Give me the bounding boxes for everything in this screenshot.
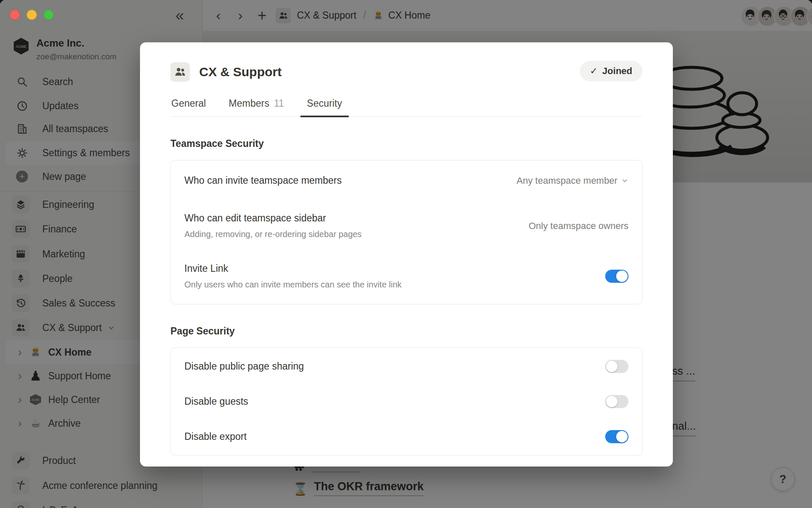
toggle-knob <box>606 361 617 372</box>
window-controls <box>10 10 54 20</box>
modal-title: CX & Support <box>199 65 282 79</box>
edit-sidebar-value: Only teamspace owners <box>529 221 628 232</box>
setting-row-disable-public-sharing: Disable public page sharing <box>171 348 642 384</box>
disable-export-toggle[interactable] <box>605 430 628 443</box>
members-count: 11 <box>274 98 284 109</box>
setting-row-invite-link: Invite Link Only users who can invite me… <box>171 251 642 304</box>
chevron-down-icon <box>621 177 628 184</box>
people-icon <box>170 62 190 82</box>
page-security-card: Disable public page sharing Disable gues… <box>170 348 642 456</box>
teamspace-settings-modal: CX & Support ✓ Joined General Members11 … <box>140 42 673 467</box>
tab-security[interactable]: Security <box>306 92 343 116</box>
check-icon: ✓ <box>590 66 598 77</box>
setting-row-invite-members: Who can invite teamspace members Any tea… <box>171 160 642 201</box>
setting-row-edit-sidebar: Who can edit teamspace sidebar Adding, r… <box>171 201 642 251</box>
setting-row-disable-export: Disable export <box>171 419 642 455</box>
setting-row-disable-guests: Disable guests <box>171 384 642 419</box>
toggle-knob <box>616 271 628 282</box>
modal-tabs: General Members11 Security <box>170 92 642 117</box>
modal-header: CX & Support ✓ Joined <box>170 62 642 82</box>
section-title-page-security: Page Security <box>170 326 642 337</box>
tab-members[interactable]: Members11 <box>228 92 285 116</box>
disable-guests-toggle[interactable] <box>605 395 628 408</box>
app-window: ACME Acme Inc. zoe@makenotion.com « Sear… <box>0 0 812 508</box>
joined-button[interactable]: ✓ Joined <box>580 61 642 81</box>
section-title-teamspace-security: Teamspace Security <box>170 138 642 149</box>
toggle-knob <box>606 396 617 407</box>
minimize-button[interactable] <box>27 10 37 20</box>
tab-general[interactable]: General <box>170 92 207 116</box>
disable-public-sharing-toggle[interactable] <box>605 360 628 373</box>
invite-link-toggle[interactable] <box>605 270 628 283</box>
toggle-knob <box>616 431 628 442</box>
close-button[interactable] <box>10 10 20 20</box>
zoom-button[interactable] <box>44 10 54 20</box>
invite-members-dropdown[interactable]: Any teamspace member <box>517 175 628 186</box>
teamspace-security-card: Who can invite teamspace members Any tea… <box>170 160 642 304</box>
